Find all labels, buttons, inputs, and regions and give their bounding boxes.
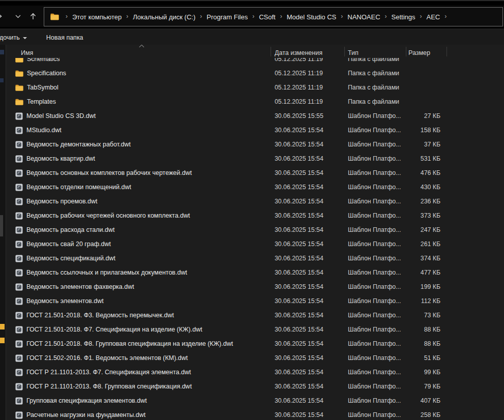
breadcrumb-separator-icon: › <box>444 13 447 20</box>
file-type: Шаблон Платфо... <box>344 127 406 134</box>
file-date-modified: 30.06.2025 15:54 <box>271 269 344 276</box>
column-divider[interactable] <box>271 47 271 56</box>
table-row[interactable]: Templates 05.12.2025 11:19 Папка с файла… <box>7 95 504 109</box>
table-row[interactable]: Model Studio CS 3D.dwt 30.06.2025 15:55 … <box>7 109 504 123</box>
dwt-template-icon <box>15 155 23 163</box>
file-type: Шаблон Платфо... <box>344 141 406 148</box>
breadcrumb-separator-icon: › <box>341 13 343 20</box>
file-name: ГОСТ Р 21.1101-2013. Ф7. Спецификация эл… <box>26 369 191 376</box>
table-row[interactable]: ГОСТ 21.501-2018. Ф7. Спецификация на из… <box>7 322 504 337</box>
folder-icon <box>15 70 23 77</box>
file-type: Шаблон Платфо... <box>344 369 406 376</box>
up-icon[interactable] <box>25 9 41 24</box>
file-date-modified: 05.12.2025 11:19 <box>271 84 344 91</box>
new-folder-button[interactable]: Новая папка <box>43 32 86 44</box>
file-name: Ведомость элементов.dwt <box>26 297 104 305</box>
table-row[interactable]: Расчетные нагрузки на фундаменты.dwt 30.… <box>7 408 504 420</box>
file-explorer-window: ›Этот компьютер›Локальный диск (C:)›Prog… <box>0 0 504 420</box>
breadcrumb-separator-icon: › <box>126 13 128 20</box>
file-name: Ведомость расхода стали.dwt <box>26 226 114 233</box>
dwt-template-icon <box>15 354 23 362</box>
file-name: Templates <box>27 98 56 105</box>
file-type: Шаблон Платфо... <box>344 340 406 347</box>
table-row[interactable]: Ведомость проемов.dwt 30.06.2025 15:54 Ш… <box>7 194 504 208</box>
organize-button[interactable]: дочить <box>0 32 30 44</box>
dwt-template-icon <box>15 141 23 148</box>
breadcrumb-item[interactable]: Этот компьютер <box>72 13 122 21</box>
forward-icon[interactable] <box>0 9 7 24</box>
table-row[interactable]: Ведомость рабочих чертежей основного ком… <box>7 208 504 223</box>
titlebar-strip <box>0 0 504 6</box>
file-type: Шаблон Платфо... <box>344 155 406 162</box>
file-size: 373 КБ <box>406 212 447 219</box>
dwt-template-icon <box>15 184 23 191</box>
table-row[interactable]: Ведомость свай 20 граф.dwt 30.06.2025 15… <box>7 237 504 251</box>
file-size: 407 КБ <box>406 397 447 404</box>
file-date-modified: 30.06.2025 15:55 <box>271 112 344 119</box>
file-size: 261 КБ <box>406 241 447 248</box>
breadcrumb-item[interactable]: AEC <box>427 13 440 21</box>
breadcrumb-item[interactable]: Model Studio CS <box>287 13 337 21</box>
breadcrumb-item[interactable]: Локальный диск (C:) <box>133 13 195 21</box>
table-row[interactable]: ГОСТ 21.501-2018. Ф8. Групповая специфик… <box>7 337 504 351</box>
column-header-size[interactable]: Размер <box>406 49 447 58</box>
file-type: Шаблон Платфо... <box>344 411 406 418</box>
table-row[interactable]: Ведомость демонтажных работ.dwt 30.06.20… <box>7 137 504 152</box>
file-date-modified: 30.06.2025 15:54 <box>271 198 344 205</box>
file-size: 73 КБ <box>406 312 447 319</box>
dwt-template-icon <box>15 411 23 419</box>
table-row[interactable]: ГОСТ Р 21.1101-2013. Ф7. Спецификация эл… <box>7 365 504 379</box>
address-bar: ›Этот компьютер›Локальный диск (C:)›Prog… <box>0 6 504 28</box>
column-divider[interactable] <box>447 47 447 56</box>
file-type: Шаблон Платфо... <box>344 184 406 191</box>
dwt-template-icon <box>15 312 23 319</box>
dwt-template-icon <box>15 283 23 291</box>
column-header-name[interactable]: Имя <box>7 49 271 58</box>
column-divider[interactable] <box>344 47 345 56</box>
table-row[interactable]: Specifications 05.12.2025 11:19 Папка с … <box>7 66 504 80</box>
table-row[interactable]: ГОСТ 21.502-2016. Ф1. Ведомость элементо… <box>7 351 504 365</box>
table-row[interactable]: Ведомость элементов фахверка.dwt 30.06.2… <box>7 280 504 294</box>
file-type: Шаблон Платфо... <box>344 397 406 404</box>
table-row[interactable]: MStudio.dwt 30.06.2025 15:54 Шаблон Плат… <box>7 123 504 137</box>
file-size: 88 КБ <box>406 326 447 333</box>
file-name: Ведомость спецификаций.dwt <box>26 255 115 262</box>
tree-folder-fragment <box>0 324 5 329</box>
table-row[interactable]: Ведомость отделки помещений.dwt 30.06.20… <box>7 180 504 194</box>
file-type: Папка с файлами <box>344 84 406 91</box>
file-date-modified: 30.06.2025 15:54 <box>271 369 344 376</box>
column-divider[interactable] <box>406 47 406 56</box>
dwt-template-icon <box>15 198 23 205</box>
table-row[interactable]: Ведомость расхода стали.dwt 30.06.2025 1… <box>7 223 504 237</box>
breadcrumb-item[interactable]: CSoft <box>259 13 276 21</box>
breadcrumb-item[interactable]: Program Files <box>206 13 248 21</box>
folder-icon <box>15 84 23 91</box>
file-name: Ведомость ссылочных и прилагаемых докуме… <box>26 269 187 276</box>
column-header-type[interactable]: Тип <box>344 49 406 58</box>
file-name: Ведомость основных комплектов рабочих че… <box>26 169 192 176</box>
table-row[interactable]: Ведомость основных комплектов рабочих че… <box>7 166 504 180</box>
table-row[interactable]: ГОСТ 21.501-2018. Ф3. Ведомость перемыче… <box>7 308 504 322</box>
dwt-template-icon <box>15 269 23 277</box>
table-row[interactable]: Ведомость элементов.dwt 30.06.2025 15:54… <box>7 294 504 308</box>
breadcrumb-item[interactable]: NANOAEC <box>347 13 380 21</box>
file-size: 476 КБ <box>406 169 447 176</box>
table-row[interactable]: Групповая спецификация элементов.dwt 30.… <box>7 394 504 408</box>
current-folder-icon[interactable] <box>50 13 59 20</box>
file-date-modified: 30.06.2025 15:54 <box>271 411 344 418</box>
column-header-date[interactable]: Дата изменения <box>271 49 344 58</box>
table-row[interactable]: Ведомость квартир.dwt 30.06.2025 15:54 Ш… <box>7 152 504 166</box>
table-row[interactable]: ГОСТ Р 21.1101-2013. Ф8. Групповая специ… <box>7 379 504 394</box>
breadcrumb-separator-icon: › <box>385 13 387 20</box>
dwt-template-icon <box>15 340 23 348</box>
breadcrumb-item[interactable]: Settings <box>392 13 416 21</box>
file-size: 236 КБ <box>406 198 447 205</box>
table-row[interactable]: Ведомость ссылочных и прилагаемых докуме… <box>7 265 504 280</box>
new-folder-label: Новая папка <box>46 34 83 41</box>
table-row[interactable]: TabSymbol 05.12.2025 11:19 Папка с файла… <box>7 80 504 95</box>
breadcrumb-separator-icon: › <box>280 13 282 20</box>
file-date-modified: 30.06.2025 15:54 <box>271 241 344 248</box>
table-row[interactable]: Ведомость спецификаций.dwt 30.06.2025 15… <box>7 251 504 265</box>
recent-locations-chevron-icon[interactable] <box>10 9 25 24</box>
organize-label: дочить <box>0 34 20 41</box>
